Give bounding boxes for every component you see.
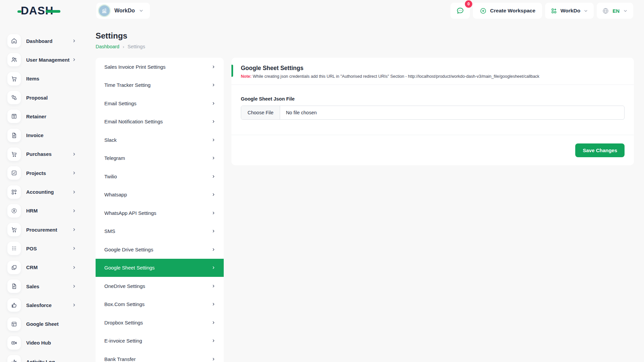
settings-menu-item-dropbox-settings[interactable]: Dropbox Settings [96,313,224,332]
procurement-icon [7,223,21,236]
sidebar-item-salesforce[interactable]: Salesforce [0,296,84,314]
sidebar-item-label: Sales [26,284,39,289]
sidebar-item-crm[interactable]: CRM [0,258,84,277]
home-icon [7,34,21,48]
salesforce-icon [7,298,21,312]
settings-menu-item-sms[interactable]: SMS [96,222,224,241]
panel-accent-bar [231,65,233,77]
settings-menu-item-label: Slack [104,137,117,143]
json-file-input[interactable]: Choose File No file chosen [241,106,625,120]
sidebar-item-label: CRM [26,264,38,270]
sidebar-item-hrm[interactable]: HRM [0,201,84,220]
panel-title: Google Sheet Settings [241,65,625,72]
sidebar-item-label: Proposal [26,95,48,101]
breadcrumb-current: Settings [127,44,145,49]
users-icon [7,53,21,66]
settings-menu-item-label: SMS [104,228,115,234]
globe-icon [602,7,609,14]
settings-menu-item-label: Google Sheet Settings [104,265,155,270]
sidebar-item-pos[interactable]: POS [0,239,84,258]
settings-menu-item-box-com-settings[interactable]: Box.Com Settings [96,295,224,314]
sidebar-item-label: Procurement [26,227,57,233]
workspace-grid-icon [550,7,557,14]
create-workspace-button[interactable]: Create Workspace [473,3,542,19]
messages-button[interactable]: 0 [450,3,470,19]
sidebar-item-items[interactable]: Items [0,69,84,88]
sidebar-item-retainer[interactable]: Retainer [0,107,84,126]
chevron-right-icon [72,246,76,251]
sidebar-item-procurement[interactable]: Procurement [0,220,84,239]
chevron-right-icon [72,152,76,157]
chevron-right-icon [211,284,216,288]
settings-menu-item-google-drive-settings[interactable]: Google Drive Settings [96,240,224,259]
settings-menu-item-slack[interactable]: Slack [96,131,224,149]
settings-menu-item-whatsapp[interactable]: Whatsapp [96,186,224,204]
choose-file-button[interactable]: Choose File [241,106,280,119]
accounting-icon [7,185,21,199]
settings-menu-item-label: Email Settings [104,101,137,106]
language-code: EN [612,8,620,14]
sidebar-item-google-sheet[interactable]: Google Sheet [0,314,84,333]
chevron-right-icon [211,156,216,160]
sidebar-item-label: Video Hub [26,340,51,346]
settings-menu-item-label: WhatsApp API Settings [104,210,156,216]
settings-menu-item-e-invoice-setting[interactable]: E-invoice Setting [96,332,224,350]
settings-menu-item-email-notification-settings[interactable]: Email Notification Settings [96,113,224,131]
settings-menu-item-google-sheet-settings[interactable]: Google Sheet Settings [96,259,224,277]
sidebar-item-purchases[interactable]: Purchases [0,145,84,164]
sidebar-item-label: Activity Log [26,359,55,362]
settings-menu-item-label: Telegram [104,155,125,161]
chevron-right-icon [211,320,216,325]
settings-menu-item-onedrive-settings[interactable]: OneDrive Settings [96,277,224,295]
sidebar-item-sales[interactable]: Sales [0,277,84,296]
activity-log-icon [7,355,21,362]
settings-menu-item-label: Twilio [104,174,117,179]
chevron-right-icon [72,57,76,62]
chevron-right-icon [72,284,76,289]
chevron-down-icon [623,8,628,13]
sidebar-item-proposal[interactable]: Proposal [0,88,84,107]
settings-menu-item-sales-invoice-print-settings[interactable]: Sales Invoice Print Settings [96,58,224,76]
chevron-right-icon [72,303,76,307]
chevron-right-icon [211,357,216,361]
pos-icon [7,242,21,255]
panel-footer: Save Changes [231,135,634,165]
workspace-pill[interactable]: WorkDo [96,3,150,19]
proposal-icon [7,91,21,104]
settings-menu-item-bank-transfer[interactable]: Bank Transfer [96,350,224,362]
settings-menu-item-twilio[interactable]: Twilio [96,167,224,186]
chevron-right-icon [211,339,216,343]
chevron-down-icon [583,8,588,13]
chevron-right-icon [211,229,216,233]
workspace-switcher[interactable]: WorkDo [545,3,594,19]
app-logo-text: DASH [21,4,60,17]
workspace-name: WorkDo [114,8,135,14]
sidebar-item-activity-log[interactable]: Activity Log [0,352,84,362]
settings-menu-item-telegram[interactable]: Telegram [96,149,224,168]
chevron-right-icon [211,192,216,197]
save-changes-button[interactable]: Save Changes [575,143,625,157]
sidebar-item-projects[interactable]: Projects [0,164,84,182]
sidebar-item-dashboard[interactable]: Dashboard [0,32,84,50]
language-selector[interactable]: EN [597,3,633,19]
sidebar-nav: Dashboard User Management Items Proposal… [0,21,84,362]
settings-menu-item-email-settings[interactable]: Email Settings [96,94,224,113]
sidebar-item-invoice[interactable]: Invoice [0,126,84,144]
settings-menu-item-time-tracker-setting[interactable]: Time Tracker Setting [96,76,224,95]
app-logo[interactable]: DASH [21,4,60,17]
sidebar-item-video-hub[interactable]: Video Hub [0,334,84,352]
building-icon [98,4,111,17]
breadcrumb-dashboard-link[interactable]: Dashboard [96,44,119,49]
settings-menu-item-whatsapp-api-settings[interactable]: WhatsApp API Settings [96,204,224,222]
google-sheet-settings-panel: Google Sheet Settings Note: While creati… [231,58,634,165]
messages-badge: 0 [465,0,472,8]
chevron-right-icon [72,227,76,232]
sidebar-item-label: Retainer [26,114,46,119]
settings-menu-card: Sales Invoice Print Settings Time Tracke… [96,58,224,362]
crm-icon [7,261,21,274]
cart-icon [7,72,21,85]
sidebar-item-accounting[interactable]: Accounting [0,182,84,201]
sidebar-item-label: POS [26,246,37,251]
sidebar-item-user-management[interactable]: User Management [0,50,84,69]
sidebar-item-label: Salesforce [26,302,52,308]
